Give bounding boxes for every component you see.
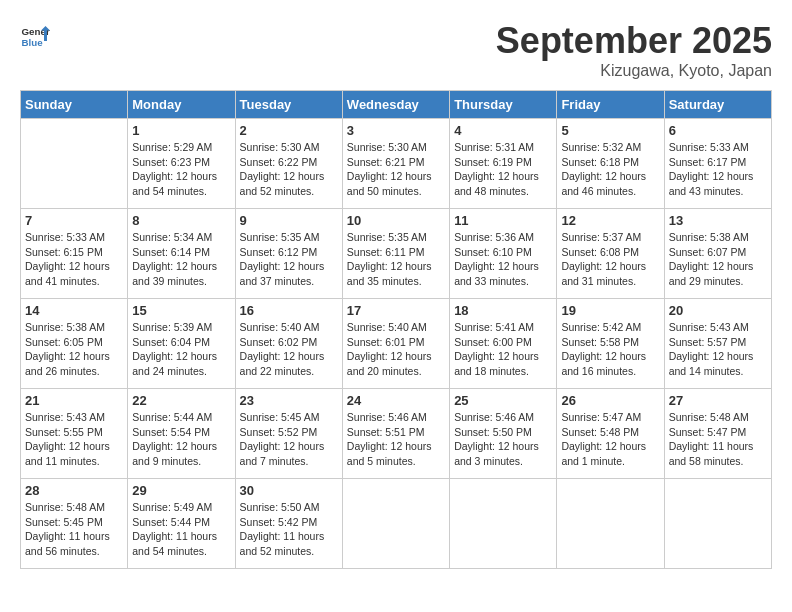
calendar-cell: 24Sunrise: 5:46 AM Sunset: 5:51 PM Dayli…	[342, 389, 449, 479]
day-number: 13	[669, 213, 767, 228]
calendar-cell: 1Sunrise: 5:29 AM Sunset: 6:23 PM Daylig…	[128, 119, 235, 209]
calendar-cell: 17Sunrise: 5:40 AM Sunset: 6:01 PM Dayli…	[342, 299, 449, 389]
day-info: Sunrise: 5:29 AM Sunset: 6:23 PM Dayligh…	[132, 140, 230, 199]
title-block: September 2025 Kizugawa, Kyoto, Japan	[496, 20, 772, 80]
calendar-cell: 26Sunrise: 5:47 AM Sunset: 5:48 PM Dayli…	[557, 389, 664, 479]
calendar-cell: 10Sunrise: 5:35 AM Sunset: 6:11 PM Dayli…	[342, 209, 449, 299]
day-number: 8	[132, 213, 230, 228]
page-header: General Blue September 2025 Kizugawa, Ky…	[20, 20, 772, 80]
calendar-cell: 13Sunrise: 5:38 AM Sunset: 6:07 PM Dayli…	[664, 209, 771, 299]
day-info: Sunrise: 5:30 AM Sunset: 6:21 PM Dayligh…	[347, 140, 445, 199]
day-number: 20	[669, 303, 767, 318]
calendar-cell: 6Sunrise: 5:33 AM Sunset: 6:17 PM Daylig…	[664, 119, 771, 209]
day-number: 14	[25, 303, 123, 318]
day-info: Sunrise: 5:35 AM Sunset: 6:12 PM Dayligh…	[240, 230, 338, 289]
calendar-cell: 28Sunrise: 5:48 AM Sunset: 5:45 PM Dayli…	[21, 479, 128, 569]
day-info: Sunrise: 5:43 AM Sunset: 5:57 PM Dayligh…	[669, 320, 767, 379]
weekday-header: Thursday	[450, 91, 557, 119]
day-number: 3	[347, 123, 445, 138]
day-number: 16	[240, 303, 338, 318]
day-info: Sunrise: 5:45 AM Sunset: 5:52 PM Dayligh…	[240, 410, 338, 469]
day-number: 29	[132, 483, 230, 498]
day-number: 12	[561, 213, 659, 228]
weekday-header: Friday	[557, 91, 664, 119]
calendar-cell: 16Sunrise: 5:40 AM Sunset: 6:02 PM Dayli…	[235, 299, 342, 389]
day-number: 5	[561, 123, 659, 138]
location: Kizugawa, Kyoto, Japan	[496, 62, 772, 80]
day-info: Sunrise: 5:32 AM Sunset: 6:18 PM Dayligh…	[561, 140, 659, 199]
calendar-week-row: 14Sunrise: 5:38 AM Sunset: 6:05 PM Dayli…	[21, 299, 772, 389]
calendar-cell	[342, 479, 449, 569]
weekday-header: Wednesday	[342, 91, 449, 119]
calendar-week-row: 21Sunrise: 5:43 AM Sunset: 5:55 PM Dayli…	[21, 389, 772, 479]
calendar-cell	[557, 479, 664, 569]
day-info: Sunrise: 5:41 AM Sunset: 6:00 PM Dayligh…	[454, 320, 552, 379]
weekday-header-row: SundayMondayTuesdayWednesdayThursdayFrid…	[21, 91, 772, 119]
calendar-table: SundayMondayTuesdayWednesdayThursdayFrid…	[20, 90, 772, 569]
day-info: Sunrise: 5:50 AM Sunset: 5:42 PM Dayligh…	[240, 500, 338, 559]
day-info: Sunrise: 5:35 AM Sunset: 6:11 PM Dayligh…	[347, 230, 445, 289]
calendar-cell	[450, 479, 557, 569]
calendar-cell: 19Sunrise: 5:42 AM Sunset: 5:58 PM Dayli…	[557, 299, 664, 389]
day-info: Sunrise: 5:48 AM Sunset: 5:47 PM Dayligh…	[669, 410, 767, 469]
day-number: 27	[669, 393, 767, 408]
day-info: Sunrise: 5:44 AM Sunset: 5:54 PM Dayligh…	[132, 410, 230, 469]
month-title: September 2025	[496, 20, 772, 62]
day-number: 17	[347, 303, 445, 318]
calendar-cell: 3Sunrise: 5:30 AM Sunset: 6:21 PM Daylig…	[342, 119, 449, 209]
day-number: 22	[132, 393, 230, 408]
calendar-cell: 7Sunrise: 5:33 AM Sunset: 6:15 PM Daylig…	[21, 209, 128, 299]
day-info: Sunrise: 5:34 AM Sunset: 6:14 PM Dayligh…	[132, 230, 230, 289]
weekday-header: Saturday	[664, 91, 771, 119]
day-number: 6	[669, 123, 767, 138]
day-number: 21	[25, 393, 123, 408]
day-info: Sunrise: 5:40 AM Sunset: 6:02 PM Dayligh…	[240, 320, 338, 379]
weekday-header: Monday	[128, 91, 235, 119]
calendar-cell: 2Sunrise: 5:30 AM Sunset: 6:22 PM Daylig…	[235, 119, 342, 209]
weekday-header: Sunday	[21, 91, 128, 119]
day-number: 28	[25, 483, 123, 498]
day-info: Sunrise: 5:33 AM Sunset: 6:17 PM Dayligh…	[669, 140, 767, 199]
day-info: Sunrise: 5:36 AM Sunset: 6:10 PM Dayligh…	[454, 230, 552, 289]
day-info: Sunrise: 5:33 AM Sunset: 6:15 PM Dayligh…	[25, 230, 123, 289]
day-info: Sunrise: 5:49 AM Sunset: 5:44 PM Dayligh…	[132, 500, 230, 559]
calendar-week-row: 1Sunrise: 5:29 AM Sunset: 6:23 PM Daylig…	[21, 119, 772, 209]
day-number: 26	[561, 393, 659, 408]
svg-text:Blue: Blue	[22, 37, 44, 48]
day-info: Sunrise: 5:43 AM Sunset: 5:55 PM Dayligh…	[25, 410, 123, 469]
day-number: 4	[454, 123, 552, 138]
day-info: Sunrise: 5:38 AM Sunset: 6:05 PM Dayligh…	[25, 320, 123, 379]
day-number: 7	[25, 213, 123, 228]
calendar-cell: 25Sunrise: 5:46 AM Sunset: 5:50 PM Dayli…	[450, 389, 557, 479]
calendar-cell: 27Sunrise: 5:48 AM Sunset: 5:47 PM Dayli…	[664, 389, 771, 479]
calendar-cell: 8Sunrise: 5:34 AM Sunset: 6:14 PM Daylig…	[128, 209, 235, 299]
day-info: Sunrise: 5:31 AM Sunset: 6:19 PM Dayligh…	[454, 140, 552, 199]
day-number: 23	[240, 393, 338, 408]
calendar-cell: 12Sunrise: 5:37 AM Sunset: 6:08 PM Dayli…	[557, 209, 664, 299]
logo: General Blue	[20, 20, 50, 50]
day-info: Sunrise: 5:40 AM Sunset: 6:01 PM Dayligh…	[347, 320, 445, 379]
day-info: Sunrise: 5:37 AM Sunset: 6:08 PM Dayligh…	[561, 230, 659, 289]
calendar-week-row: 7Sunrise: 5:33 AM Sunset: 6:15 PM Daylig…	[21, 209, 772, 299]
calendar-cell	[664, 479, 771, 569]
calendar-week-row: 28Sunrise: 5:48 AM Sunset: 5:45 PM Dayli…	[21, 479, 772, 569]
calendar-cell: 20Sunrise: 5:43 AM Sunset: 5:57 PM Dayli…	[664, 299, 771, 389]
day-number: 18	[454, 303, 552, 318]
day-number: 10	[347, 213, 445, 228]
day-info: Sunrise: 5:47 AM Sunset: 5:48 PM Dayligh…	[561, 410, 659, 469]
day-info: Sunrise: 5:39 AM Sunset: 6:04 PM Dayligh…	[132, 320, 230, 379]
calendar-cell: 5Sunrise: 5:32 AM Sunset: 6:18 PM Daylig…	[557, 119, 664, 209]
day-info: Sunrise: 5:46 AM Sunset: 5:51 PM Dayligh…	[347, 410, 445, 469]
day-number: 24	[347, 393, 445, 408]
calendar-cell: 22Sunrise: 5:44 AM Sunset: 5:54 PM Dayli…	[128, 389, 235, 479]
day-number: 2	[240, 123, 338, 138]
day-number: 9	[240, 213, 338, 228]
day-number: 30	[240, 483, 338, 498]
day-info: Sunrise: 5:46 AM Sunset: 5:50 PM Dayligh…	[454, 410, 552, 469]
day-number: 15	[132, 303, 230, 318]
calendar-cell: 11Sunrise: 5:36 AM Sunset: 6:10 PM Dayli…	[450, 209, 557, 299]
calendar-cell: 23Sunrise: 5:45 AM Sunset: 5:52 PM Dayli…	[235, 389, 342, 479]
calendar-cell: 21Sunrise: 5:43 AM Sunset: 5:55 PM Dayli…	[21, 389, 128, 479]
weekday-header: Tuesday	[235, 91, 342, 119]
day-number: 11	[454, 213, 552, 228]
